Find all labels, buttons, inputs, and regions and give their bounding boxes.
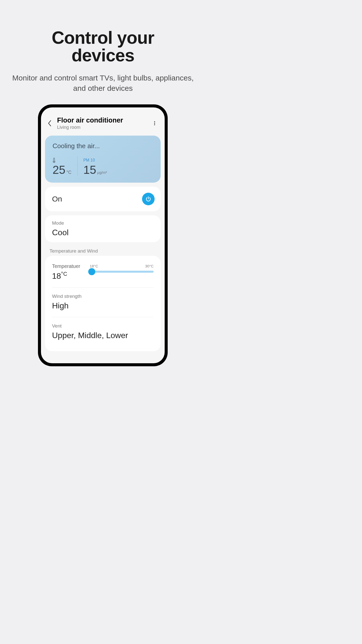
svg-point-0 — [54, 161, 55, 162]
current-temp-value: 25 — [53, 164, 65, 176]
status-metrics: 25 °C PM 10 15 µg/m³ — [53, 156, 153, 176]
back-button[interactable] — [46, 119, 54, 127]
phone-frame: Floor air conditioner Living room Coolin… — [38, 104, 168, 366]
temperature-setting-row: Temperatuer 18°C 18°C 30°C — [52, 262, 154, 286]
device-location: Living room — [57, 125, 151, 130]
hero-title-line2: devices — [0, 47, 206, 64]
pm-label: PM 10 — [83, 158, 107, 164]
hero-title-line1: Control your — [0, 29, 206, 47]
temperature-slider[interactable]: 18°C 30°C — [90, 263, 154, 281]
section-temp-wind: Temperature and Wind — [50, 248, 161, 254]
divider — [52, 317, 154, 317]
slider-thumb[interactable] — [88, 268, 95, 275]
power-button[interactable] — [142, 193, 155, 205]
app-header: Floor air conditioner Living room — [41, 107, 165, 130]
current-temp-unit: °C — [66, 170, 71, 175]
more-button[interactable] — [151, 119, 159, 127]
slider-min-label: 18°C — [90, 264, 98, 268]
temp-wind-card: Temperatuer 18°C 18°C 30°C — [45, 256, 161, 351]
temperature-label: Temperatuer — [52, 263, 90, 269]
status-card: Cooling the air... 25 — [45, 136, 161, 183]
more-vert-icon — [154, 121, 155, 126]
slider-max-label: 30°C — [145, 264, 154, 268]
hero-subtitle: Monitor and control smart TVs, light bul… — [0, 73, 206, 93]
mode-value: Cool — [52, 228, 154, 237]
content: Cooling the air... 25 — [41, 130, 165, 351]
header-text: Floor air conditioner Living room — [57, 116, 151, 130]
pm-metric: PM 10 15 µg/m³ — [78, 158, 107, 176]
device-title: Floor air conditioner — [57, 116, 151, 124]
wind-setting-row[interactable]: Wind strength High — [52, 292, 154, 315]
power-state-label: On — [52, 195, 62, 203]
vent-value: Upper, Middle, Lower — [52, 331, 154, 340]
hero-title: Control your devices — [0, 29, 206, 64]
power-icon — [145, 196, 151, 202]
mode-label: Mode — [52, 220, 154, 226]
vent-label: Vent — [52, 323, 154, 329]
divider — [52, 287, 154, 288]
chevron-left-icon — [48, 120, 51, 127]
temperature-metric: 25 °C — [53, 157, 77, 176]
slider-track — [90, 271, 154, 273]
status-text: Cooling the air... — [53, 142, 153, 150]
wind-label: Wind strength — [52, 294, 154, 299]
phone-screen: Floor air conditioner Living room Coolin… — [41, 107, 165, 363]
power-card: On — [45, 187, 161, 211]
mode-card[interactable]: Mode Cool — [45, 215, 161, 242]
temperature-value: 18°C — [52, 271, 90, 281]
wind-value: High — [52, 301, 154, 310]
pm-value: 15 — [83, 164, 96, 176]
pm-unit: µg/m³ — [97, 170, 107, 175]
vent-setting-row[interactable]: Vent Upper, Middle, Lower — [52, 322, 154, 345]
